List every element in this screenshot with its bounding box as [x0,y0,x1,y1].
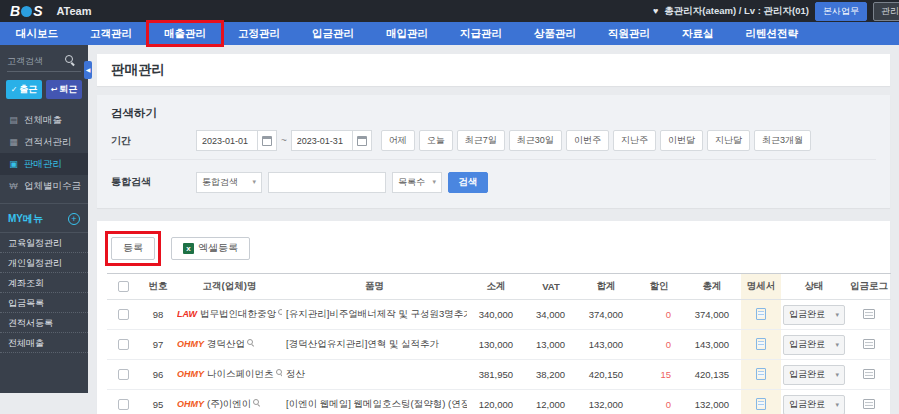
quick-date-button[interactable]: 최근30일 [509,130,562,151]
col-header-discount: 할인 [635,274,683,300]
grand-total-value: 374,000 [683,300,741,330]
nav-item[interactable]: 고정관리 [222,22,296,45]
deposit-log-icon[interactable] [863,309,875,319]
quick-date-button[interactable]: 이번달 [660,130,703,151]
quick-date-button[interactable]: 최근3개월 [754,130,811,151]
statement-icon[interactable] [756,308,766,320]
row-checkbox[interactable] [118,309,129,320]
search-icon[interactable] [65,55,76,66]
nav-item[interactable]: 대시보드 [0,22,74,45]
my-menu-item[interactable]: 개인일정관리 [0,253,88,273]
status-dropdown[interactable]: 입금완료▾ [783,395,845,414]
chevron-down-icon: ▾ [835,401,839,409]
date-to-calendar-button[interactable] [353,130,372,151]
clock-in-button[interactable]: ✓출근 [6,80,42,99]
sidebar-menu-icon: ▤ [8,115,19,125]
total-value: 420,150 [577,360,635,390]
my-menu-list: 교육일정관리 개인일정관리 계좌조회 입금목록 견적서등록 전체매출 [0,233,88,353]
statement-icon[interactable] [756,368,766,380]
status-dropdown[interactable]: 입금완료▾ [783,305,845,325]
sidebar-menu-icon: ▦ [8,137,19,147]
nav-item[interactable]: 지급관리 [444,22,518,45]
nav-item[interactable]: 직원관리 [592,22,666,45]
nav-item[interactable]: 매출관리 [148,22,222,45]
headquarters-work-button[interactable]: 본사업무 [815,2,867,21]
discount-value: 0 [635,330,683,360]
search-panel-title: 검색하기 [111,106,876,121]
keyword-input[interactable] [268,172,386,193]
date-from-input[interactable] [196,130,258,151]
quick-date-button[interactable]: 지난달 [707,130,750,151]
product-name: [경덕산업유지관리]연혁 및 실적추가 [282,330,467,360]
customer-lookup-icon[interactable] [247,339,255,347]
status-dropdown[interactable]: 입금완료▾ [783,335,845,355]
deposit-log-icon[interactable] [863,339,875,349]
vat-value: 34,000 [525,300,577,330]
customer-name: (주)이엔이 [207,398,251,409]
my-menu-item[interactable]: 전체매출 [0,333,88,353]
customer-brand-tag: LAW [177,309,197,319]
chevron-down-icon: ▾ [835,311,839,319]
deposit-log-icon[interactable] [863,369,875,379]
statement-icon[interactable] [756,338,766,350]
search-type-select[interactable]: 통합검색▾ [196,172,262,193]
table-row: 96 OHMY나이스페이먼츠 정산 381,950 38,200 420,150… [107,360,891,390]
sidebar-menu-item[interactable]: ▦ 견적서관리 [0,131,88,153]
sidebar-menu-icon: ▣ [8,159,19,169]
my-menu-item[interactable]: 입금목록 [0,293,88,313]
quick-date-button[interactable]: 이번주 [566,130,609,151]
clock-in-icon: ✓ [11,85,18,94]
customer-name: 경덕산업 [207,338,245,349]
nav-item[interactable]: 상품관리 [518,22,592,45]
chevron-down-icon: ▾ [252,178,256,186]
sidebar-menu-item[interactable]: ▤ 전체매출 [0,109,88,131]
quick-date-buttons: 어제 오늘 최근7일 최근30일 이번주 지난주 이번달 지난달 [381,130,811,151]
search-button[interactable]: 검색 [448,172,488,193]
excel-register-button[interactable]: x 엑셀등록 [171,237,250,260]
select-all-checkbox[interactable] [118,281,129,292]
row-checkbox[interactable] [118,399,129,410]
quick-date-button[interactable]: 어제 [381,130,415,151]
customer-brand-tag: OHMY [177,339,204,349]
quick-date-button[interactable]: 지난주 [613,130,656,151]
row-checkbox[interactable] [118,339,129,350]
customer-lookup-icon[interactable] [253,399,261,407]
sidebar-menu-icon: ₩ [8,181,19,191]
clock-out-button[interactable]: ↩퇴근 [46,80,82,99]
sidebar-collapse-icon[interactable]: ◀ [84,61,92,79]
my-menu-item[interactable]: 계좌조회 [0,273,88,293]
heart-icon: ♥ [653,6,658,16]
customer-lookup-icon[interactable] [278,309,282,317]
deposit-log-icon[interactable] [863,399,875,409]
my-menu-add-icon[interactable]: + [68,213,80,225]
row-checkbox[interactable] [118,369,129,380]
sidebar-menu-item[interactable]: ₩ 업체별미수금 [0,175,88,197]
nav-item[interactable]: 입금관리 [296,22,370,45]
status-dropdown[interactable]: 입금완료▾ [783,365,845,385]
table-row: 98 LAW법무법인대한중앙 [유지관리]비주얼배너제작 및 구성원3명추가 3… [107,300,891,330]
col-header-status: 상태 [781,274,847,300]
nav-item[interactable]: 자료실 [666,22,730,45]
subtotal-value: 130,000 [467,330,525,360]
quick-date-button[interactable]: 최근7일 [457,130,505,151]
date-from-calendar-button[interactable] [258,130,277,151]
customer-lookup-icon[interactable] [276,369,283,377]
statement-icon[interactable] [756,398,766,410]
nav-item[interactable]: 매입관리 [370,22,444,45]
my-menu-item[interactable]: 견적서등록 [0,313,88,333]
vat-value: 13,000 [525,330,577,360]
quick-date-button[interactable]: 오늘 [419,130,453,151]
nav-item[interactable]: 리텐션전략 [730,22,815,45]
excel-icon: x [183,243,194,254]
customer-search-input[interactable] [7,56,65,66]
date-to-input[interactable] [291,130,353,151]
nav-item[interactable]: 고객관리 [74,22,148,45]
chevron-down-icon: ▾ [835,341,839,349]
register-button[interactable]: 등록 [111,237,155,260]
row-number: 97 [139,330,177,360]
admin-button[interactable]: 관리 [873,2,899,21]
list-count-select[interactable]: 목록수▾ [392,172,442,193]
sidebar-menu-item[interactable]: ▣ 판매관리 [0,153,88,175]
my-menu-item[interactable]: 교육일정관리 [0,233,88,253]
discount-value: 0 [635,390,683,414]
